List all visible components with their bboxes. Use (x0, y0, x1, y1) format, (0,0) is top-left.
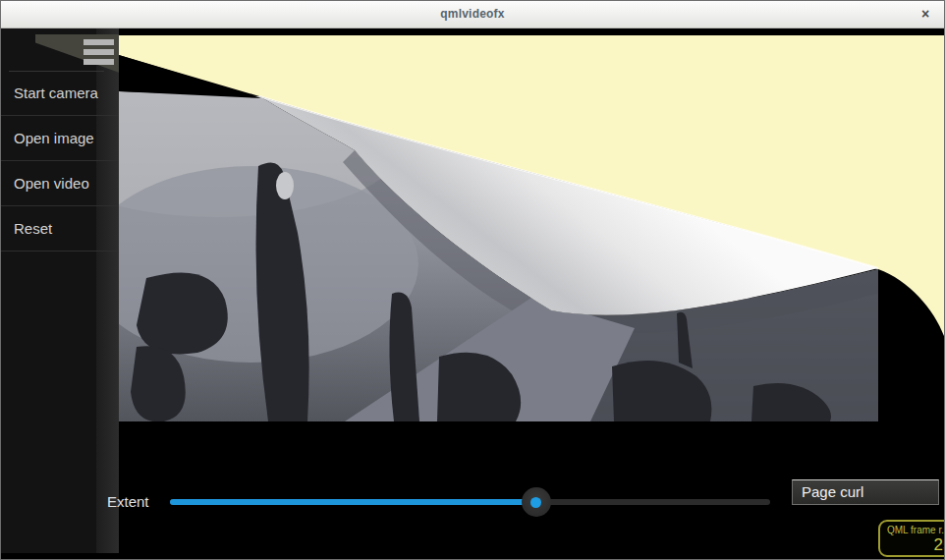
sidebar-item-reset[interactable]: Reset (1, 206, 119, 252)
fps-indicator-value: 25.95 (887, 535, 945, 555)
window-title: qmlvideofx (1, 7, 944, 21)
sidebar-item-open-image[interactable]: Open image (1, 116, 119, 161)
extent-slider-dot (530, 497, 541, 508)
sidebar-item-start-camera[interactable]: Start camera (1, 71, 119, 116)
fps-indicator: QML frame r... 25.95 (878, 520, 945, 557)
extent-slider-fill (170, 499, 536, 505)
app-content: Start camera Open image Open video Reset… (1, 28, 944, 559)
fps-indicator-label: QML frame r... (887, 525, 945, 535)
extent-slider-handle[interactable] (522, 487, 551, 517)
extent-slider[interactable] (170, 499, 770, 505)
sidebar: Start camera Open image Open video Reset (1, 28, 119, 553)
effect-selector-button[interactable]: Page curl (792, 479, 939, 505)
close-icon[interactable]: × (917, 6, 934, 24)
hamburger-menu-icon[interactable] (83, 39, 114, 69)
app-window: qmlvideofx × (0, 0, 945, 560)
extent-slider-label: Extent (107, 493, 149, 510)
sidebar-item-open-video[interactable]: Open video (1, 161, 119, 206)
title-bar: qmlvideofx × (1, 1, 944, 28)
sidebar-menu: Start camera Open image Open video Reset (1, 71, 119, 252)
